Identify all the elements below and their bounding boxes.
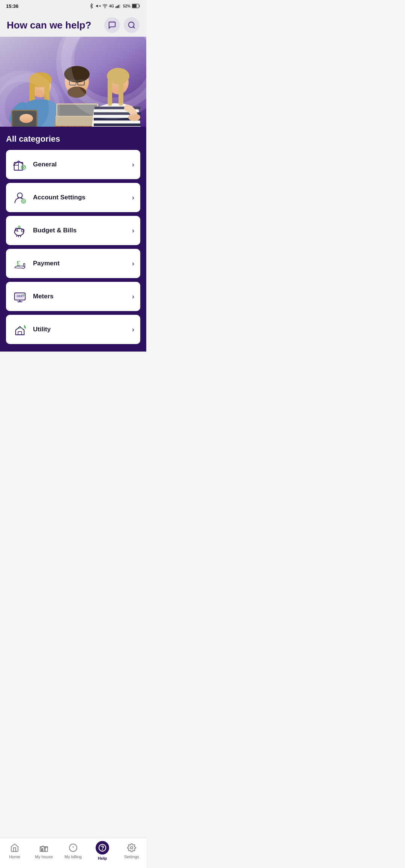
svg-line-49 (18, 235, 19, 237)
svg-rect-9 (132, 4, 136, 7)
page-header: How can we help? (0, 12, 146, 37)
svg-rect-5 (118, 5, 119, 8)
categories-section: All categories General › (0, 127, 146, 352)
status-bar: 15:36 4G 52% (0, 0, 146, 12)
utility-icon (12, 322, 28, 337)
category-payment[interactable]: £ Payment › (6, 249, 140, 278)
svg-rect-6 (119, 4, 120, 8)
chat-icon (108, 21, 116, 29)
category-utility-left: Utility (12, 322, 51, 337)
payment-icon: £ (12, 256, 28, 271)
wifi-icon (102, 3, 108, 9)
mute-icon (96, 3, 101, 9)
category-payment-label: Payment (33, 260, 60, 267)
svg-rect-60 (18, 332, 22, 335)
category-budget-label: Budget & Bills (33, 227, 76, 234)
status-icons: 4G 52% (89, 3, 140, 9)
svg-rect-45 (18, 228, 20, 229)
category-utility-label: Utility (33, 326, 51, 333)
svg-point-59 (23, 296, 24, 297)
bluetooth-icon (89, 3, 94, 9)
general-chevron: › (132, 161, 134, 169)
svg-point-51 (17, 230, 18, 232)
categories-title: All categories (6, 134, 140, 144)
category-utility[interactable]: Utility › (6, 315, 140, 344)
battery-icon (132, 4, 140, 8)
category-general-label: General (33, 161, 57, 168)
bottom-spacer (0, 352, 146, 382)
account-chevron: › (132, 194, 134, 202)
page-title: How can we help? (7, 19, 91, 31)
category-meters[interactable]: 0 0 0 Meters › (6, 282, 140, 311)
budget-chevron: › (132, 227, 134, 235)
svg-point-39 (17, 193, 22, 198)
svg-rect-3 (116, 6, 117, 8)
category-account-left: Account Settings (12, 190, 86, 205)
chat-button[interactable] (104, 17, 120, 33)
payment-chevron: › (132, 260, 134, 268)
category-account-label: Account Settings (33, 194, 86, 201)
status-time: 15:36 (6, 3, 18, 9)
utility-chevron: › (132, 326, 134, 334)
meters-icon: 0 0 0 (12, 289, 28, 304)
svg-point-2 (105, 7, 105, 8)
header-actions (104, 17, 140, 33)
category-payment-left: £ Payment (12, 256, 60, 271)
svg-line-48 (16, 235, 17, 236)
svg-rect-4 (117, 6, 118, 8)
category-meters-left: 0 0 0 Meters (12, 289, 54, 304)
category-general-left: General (12, 157, 57, 172)
svg-point-10 (129, 22, 134, 28)
category-account-settings[interactable]: Account Settings › (6, 183, 140, 212)
category-meters-label: Meters (33, 293, 54, 300)
svg-line-11 (133, 27, 135, 28)
meters-chevron: › (132, 293, 134, 301)
network-type: 4G (109, 4, 114, 8)
hero-image (0, 37, 146, 127)
category-budget-left: Budget & Bills (12, 223, 76, 238)
account-settings-icon (12, 190, 28, 205)
budget-bills-icon (12, 223, 28, 238)
battery-percent: 52% (123, 4, 130, 8)
search-icon (128, 21, 136, 29)
signal-icon (116, 4, 122, 8)
category-budget-bills[interactable]: Budget & Bills › (6, 216, 140, 245)
general-icon (12, 157, 28, 172)
search-button[interactable] (124, 17, 140, 33)
svg-text:0 0 0: 0 0 0 (17, 295, 22, 297)
category-general[interactable]: General › (6, 150, 140, 179)
